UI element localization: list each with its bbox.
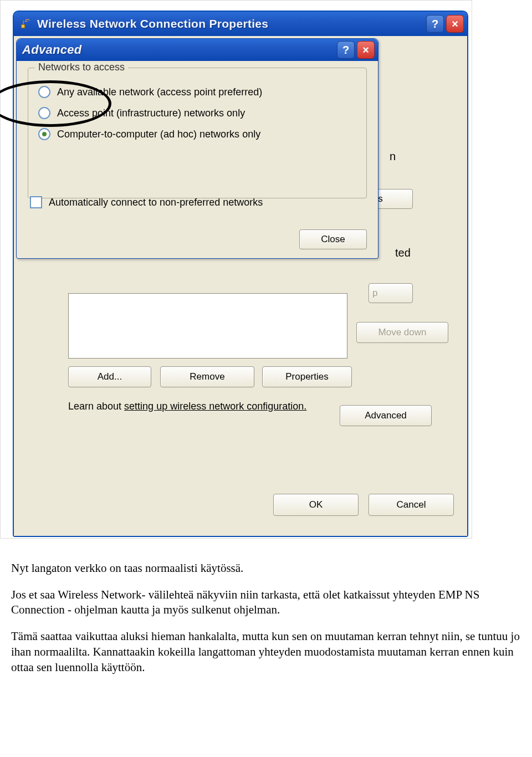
properties-titlebar[interactable]: Wireless Network Connection Properties ?…: [14, 12, 467, 36]
help-button[interactable]: ?: [426, 15, 444, 33]
partial-button-label: p: [372, 288, 377, 299]
groupbox-label: Networks to access: [35, 62, 128, 73]
paragraph-2: Jos et saa Wireless Network- välilehteä …: [11, 587, 521, 618]
button-label: Add...: [98, 371, 122, 382]
close-icon: ×: [452, 18, 458, 30]
document-text: Nyt langaton verkko on taas normaalisti …: [11, 561, 521, 675]
radio-adhoc-only[interactable]: Computer-to-computer (ad hoc) networks o…: [38, 124, 356, 145]
advanced-titlebar[interactable]: Advanced ? ×: [17, 39, 378, 61]
learn-link[interactable]: setting up wireless network configuratio…: [124, 401, 306, 412]
advanced-dialog: Advanced ? × Networks to access Any avai…: [16, 38, 378, 259]
button-label: Properties: [285, 371, 328, 382]
close-button[interactable]: ×: [357, 41, 375, 59]
learn-about-text: Learn about setting up wireless network …: [68, 400, 312, 413]
button-label: Move down: [378, 327, 427, 338]
remove-button[interactable]: Remove: [160, 366, 254, 387]
properties-title: Wireless Network Connection Properties: [37, 17, 426, 30]
help-icon: ?: [342, 44, 349, 57]
checkbox-label: Automatically connect to non-preferred n…: [49, 197, 263, 208]
auto-connect-checkbox[interactable]: Automatically connect to non-preferred n…: [30, 196, 263, 208]
button-label: Close: [321, 234, 345, 245]
help-icon: ?: [432, 18, 438, 30]
close-icon: ×: [362, 44, 369, 57]
add-button[interactable]: Add...: [68, 366, 151, 387]
paragraph-1: Nyt langaton verkko on taas normaalisti …: [11, 561, 521, 576]
radio-access-point-only[interactable]: Access point (infrastructure) networks o…: [38, 103, 356, 124]
radio-label: Access point (infrastructure) networks o…: [57, 108, 245, 119]
move-down-button[interactable]: Move down: [356, 322, 448, 343]
advanced-button[interactable]: Advanced: [340, 405, 432, 426]
partial-text-n: n: [390, 150, 396, 163]
checkbox-icon: [30, 196, 42, 208]
networks-to-access-group: Networks to access Any available network…: [28, 68, 367, 198]
close-button[interactable]: ×: [446, 15, 464, 33]
button-label: Remove: [190, 371, 224, 382]
learn-pre: Learn about: [68, 401, 124, 412]
partial-button-p[interactable]: p: [369, 283, 413, 303]
radio-any-available[interactable]: Any available network (access point pref…: [38, 81, 356, 103]
svg-rect-0: [22, 24, 25, 28]
properties-button[interactable]: Properties: [262, 366, 352, 387]
screenshot-region: Wireless Network Connection Properties ?…: [0, 0, 472, 539]
preferred-networks-list[interactable]: [68, 293, 347, 359]
radio-icon: [38, 86, 50, 98]
paragraph-3: Tämä saattaa vaikuttaa aluksi hieman han…: [11, 629, 521, 675]
ok-button[interactable]: OK: [273, 494, 359, 516]
button-label: Cancel: [397, 499, 426, 510]
radio-icon: [38, 128, 50, 140]
button-label: Advanced: [365, 410, 407, 421]
radio-label: Computer-to-computer (ad hoc) networks o…: [57, 129, 260, 140]
radio-label: Any available network (access point pref…: [57, 86, 262, 98]
cancel-button[interactable]: Cancel: [369, 494, 454, 516]
close-dialog-button[interactable]: Close: [299, 229, 367, 249]
wireless-icon: [19, 18, 32, 30]
partial-text-ted: ted: [395, 247, 411, 259]
help-button[interactable]: ?: [337, 41, 355, 59]
radio-icon: [38, 107, 50, 119]
button-label: OK: [309, 499, 323, 510]
advanced-title: Advanced: [22, 43, 337, 57]
